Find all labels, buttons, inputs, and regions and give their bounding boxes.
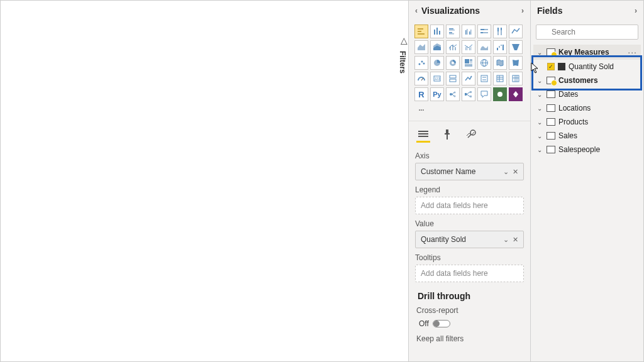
svg-marker-22 [418,44,425,50]
value-well[interactable]: Quantity Sold ⌄✕ [415,231,524,248]
arcgis-icon[interactable] [493,87,507,101]
ribbon-chart-icon[interactable] [477,40,491,54]
svg-rect-2 [418,33,425,35]
decomposition-tree-icon[interactable] [462,87,475,101]
matrix-icon[interactable] [509,72,523,85]
table-sales[interactable]: ⌄ Sales [533,129,641,143]
axis-value: Customer Name [421,167,475,176]
hundred-stacked-bar-icon[interactable] [477,25,491,38]
card-icon[interactable]: 123 [430,72,444,85]
report-canvas[interactable]: ▷ Filters [1,1,408,361]
cross-report-toggle[interactable]: Off [419,319,450,328]
area-chart-icon[interactable] [414,40,428,54]
expand-icon[interactable]: ⌄ [537,119,543,126]
expand-icon[interactable]: ⌄ [537,91,543,98]
svg-rect-7 [449,30,455,31]
filters-pane-collapsed[interactable]: ▷ Filters [397,32,408,77]
svg-rect-13 [470,30,472,35]
analytics-tab[interactable] [464,126,478,143]
svg-rect-30 [469,48,470,50]
table-dates[interactable]: ⌄ Dates [533,87,641,101]
table-locations[interactable]: ⌄ Locations [533,101,641,115]
powerapps-icon[interactable] [509,87,523,101]
waterfall-chart-icon[interactable] [493,40,507,54]
field-quantity-sold[interactable]: ✓ Quantity Sold [533,60,641,74]
expand-icon[interactable]: ⌄ [537,133,543,140]
svg-point-42 [452,62,454,64]
r-visual-icon[interactable]: R [414,87,428,101]
table-icon [547,104,555,112]
axis-label: Axis [415,151,524,160]
svg-rect-82 [446,129,448,133]
hundred-stacked-column-icon[interactable] [493,25,507,38]
line-chart-icon[interactable] [509,25,523,38]
more-visuals-icon[interactable]: ··· [414,103,428,117]
expand-icon[interactable]: ⌄ [537,105,543,112]
scatter-chart-icon[interactable] [414,56,428,70]
multi-row-card-icon[interactable] [446,72,460,85]
search-input[interactable] [536,25,638,40]
pie-chart-icon[interactable] [430,56,444,70]
treemap-icon[interactable] [462,56,475,70]
more-options-icon[interactable]: ··· [628,47,637,57]
fields-tree: ⌄ Key Measures ··· ✓ Quantity Sold ⌄ Cus… [531,43,643,158]
filter-icon: ▷ [397,38,408,45]
fields-title: Fields [537,6,562,16]
svg-rect-21 [501,30,502,35]
line-stacked-column-icon[interactable] [446,40,460,54]
table-products[interactable]: ⌄ Products [533,115,641,129]
legend-placeholder: Add data fields here [421,201,488,210]
cross-report-label: Cross-report [416,306,523,315]
table-customers[interactable]: ⌄ Customers [533,74,641,87]
key-influencers-icon[interactable] [446,87,460,101]
table-key-measures[interactable]: ⌄ Key Measures ··· [533,45,641,60]
stacked-column-chart-icon[interactable] [430,25,444,38]
chevron-right-icon[interactable]: › [635,6,637,15]
line-clustered-column-icon[interactable] [462,40,475,54]
filled-map-icon[interactable] [493,56,507,70]
table-salespeople[interactable]: ⌄ Salespeople [533,143,641,156]
qa-visual-icon[interactable] [477,87,491,101]
gauge-icon[interactable] [414,72,428,85]
svg-rect-9 [449,33,454,35]
table-label: Sales [558,131,637,140]
fields-tab[interactable] [416,126,430,143]
chevron-down-icon[interactable]: ⌄ [503,236,509,244]
svg-rect-83 [445,133,450,134]
remove-icon[interactable]: ✕ [513,236,518,244]
table-icon[interactable] [493,72,507,85]
funnel-chart-icon[interactable] [509,40,523,54]
kpi-icon[interactable] [462,72,475,85]
clustered-bar-chart-icon[interactable] [446,25,460,38]
checkbox-checked-icon[interactable]: ✓ [547,63,555,70]
expand-icon[interactable]: ⌄ [537,146,543,153]
tooltips-well[interactable]: Add data fields here [415,265,524,282]
legend-well[interactable]: Add data fields here [415,197,524,214]
clustered-column-chart-icon[interactable] [462,25,475,38]
expand-icon[interactable]: ⌄ [537,77,543,84]
svg-rect-73 [470,91,472,93]
python-visual-icon[interactable]: Py [430,87,444,101]
slicer-icon[interactable] [477,72,491,85]
stacked-bar-chart-icon[interactable] [414,25,428,38]
remove-icon[interactable]: ✕ [513,168,518,176]
axis-well[interactable]: Customer Name ⌄✕ [415,163,524,180]
stacked-area-chart-icon[interactable] [430,40,444,54]
shape-map-icon[interactable] [509,56,523,70]
svg-rect-8 [449,32,452,33]
svg-rect-0 [418,28,423,30]
format-tab[interactable] [440,126,454,143]
svg-rect-34 [501,45,502,46]
chevron-down-icon[interactable]: ⌄ [503,168,509,176]
calculator-icon [558,63,565,70]
map-icon[interactable] [477,56,491,70]
svg-rect-72 [465,93,467,96]
svg-marker-36 [512,44,519,50]
svg-rect-74 [470,96,472,97]
expand-icon[interactable]: ⌄ [537,49,543,56]
chevron-right-icon[interactable]: › [521,6,524,15]
toggle-off-label: Off [419,319,429,328]
donut-chart-icon[interactable] [446,56,460,70]
visualizations-pane: ‹ Visualizations › [408,1,530,361]
svg-point-77 [497,92,502,97]
